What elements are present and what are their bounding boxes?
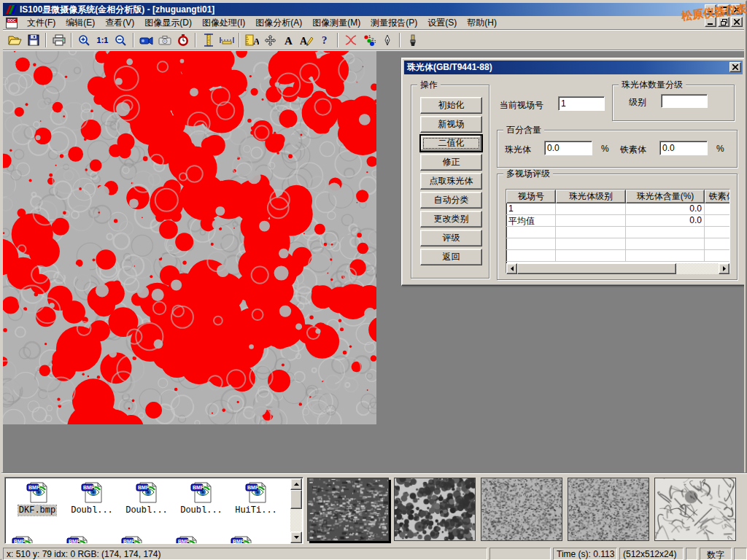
menu-item-6[interactable]: 图像测量(M) <box>307 15 365 31</box>
text-edit-button[interactable]: A <box>298 31 316 49</box>
thumbnail-image-0[interactable] <box>307 478 389 541</box>
file-item-0[interactable]: BMPDKF.bmp <box>11 481 63 516</box>
thumbnail-image-1[interactable] <box>394 478 476 541</box>
file-item-row2-4[interactable]: BMP <box>230 534 282 544</box>
zoom-in-button[interactable] <box>75 31 93 49</box>
video-camera-button[interactable] <box>137 31 155 49</box>
timer-button[interactable] <box>174 31 192 49</box>
op-button-4[interactable]: 点取珠光体 <box>420 173 482 190</box>
scrollbar-thumb[interactable] <box>517 263 676 274</box>
table-column-header-1[interactable]: 珠光体级别 <box>556 190 626 203</box>
menu-item-0[interactable]: 文件(F) <box>22 15 61 31</box>
class-markers-button[interactable]: 123 <box>360 31 378 49</box>
table-row-3[interactable] <box>506 238 729 250</box>
op-button-6[interactable]: 更改类别 <box>420 211 482 228</box>
op-button-5[interactable]: 自动分类 <box>420 192 482 209</box>
svg-text:BMP: BMP <box>178 539 190 544</box>
curve-tool-button[interactable] <box>341 31 360 49</box>
table-row-4[interactable] <box>506 250 729 262</box>
file-item-row2-3[interactable]: BMP <box>175 534 228 544</box>
table-column-header-2[interactable]: 珠光体含量(%) <box>626 190 705 203</box>
thumbnail-image-4[interactable] <box>654 478 736 541</box>
document-system-icon[interactable] <box>6 18 18 28</box>
brush-button[interactable] <box>403 31 422 49</box>
pen-button[interactable] <box>378 31 396 49</box>
file-item-2[interactable]: BMPDoubl... <box>120 481 173 516</box>
table-row-2[interactable] <box>506 227 729 238</box>
status-spacer <box>686 548 697 560</box>
app-logo-icon <box>5 4 17 15</box>
micrograph-image[interactable] <box>3 51 376 424</box>
mdi-restore-button[interactable] <box>718 17 729 27</box>
grading-group-label: 珠光体数量分级 <box>619 79 686 90</box>
thumbnail-image-3[interactable] <box>568 478 649 541</box>
table-row-1[interactable]: 平均值0.0 <box>506 215 729 227</box>
file-list-scrollbar[interactable] <box>290 478 302 543</box>
table-column-header-0[interactable]: 视场号 <box>506 190 556 203</box>
grade-input[interactable] <box>661 94 708 108</box>
menu-item-8[interactable]: 设置(S) <box>422 15 462 31</box>
title-bar: IS100显微摄像系统(金相分析版) - [zhuguangti01] <box>3 3 744 16</box>
op-button-2[interactable]: 二值化 <box>420 135 482 152</box>
menu-item-1[interactable]: 编辑(E) <box>61 15 100 31</box>
cursor-position-readout: x: 510 y: 79 idx: 0 RGB: (174, 174, 174) <box>3 548 487 560</box>
pearlite-percent-input[interactable]: 0.0 <box>544 141 592 155</box>
op-button-1[interactable]: 新视场 <box>420 116 482 133</box>
text-button[interactable]: A <box>279 31 298 49</box>
open-file-button[interactable] <box>6 31 24 49</box>
close-button[interactable] <box>731 4 743 15</box>
svg-text:BMP: BMP <box>138 485 150 490</box>
maximize-button[interactable] <box>718 4 729 15</box>
camera-button[interactable] <box>155 31 174 49</box>
actual-size-button[interactable]: 1:1 <box>93 31 112 49</box>
table-column-header-3[interactable]: 铁素体含量(%) <box>705 190 730 203</box>
scroll-down-arrow[interactable] <box>290 532 302 543</box>
file-item-3[interactable]: BMPDoubl... <box>175 481 228 516</box>
minimize-button[interactable] <box>705 4 716 15</box>
save-button[interactable] <box>24 31 42 49</box>
mdi-close-button[interactable] <box>731 17 743 27</box>
ruler-button[interactable] <box>217 31 236 49</box>
menu-item-3[interactable]: 图像显示(D) <box>139 15 197 31</box>
menu-item-9[interactable]: 帮助(H) <box>462 15 502 31</box>
current-field-input[interactable]: 1 <box>558 96 605 111</box>
caliper-button[interactable] <box>199 31 217 49</box>
file-item-1[interactable]: BMPDoubl... <box>66 481 118 516</box>
dialog-close-button[interactable] <box>729 62 741 72</box>
table-row-0[interactable]: 10.0 <box>506 203 729 215</box>
mdi-minimize-button[interactable] <box>705 17 716 27</box>
file-item-row2-0[interactable]: BMP <box>11 534 63 544</box>
thumbnail-image-2[interactable] <box>481 478 562 541</box>
zoom-out-button[interactable] <box>112 31 130 49</box>
help-button[interactable]: ? <box>316 31 334 49</box>
print-button[interactable] <box>50 31 68 49</box>
pearlite-dialog: 珠光体(GB/T9441-88) 操作 初始化新视场二值化修正点取珠光体自动分类… <box>401 58 744 286</box>
op-button-0[interactable]: 初始化 <box>420 97 482 114</box>
op-button-3[interactable]: 修正 <box>420 154 482 171</box>
processing-time: Time (s): 0.113 <box>553 548 617 560</box>
scroll-right-arrow[interactable] <box>719 263 729 274</box>
ferrite-percent-input[interactable]: 0.0 <box>659 141 708 155</box>
scroll-up-arrow[interactable] <box>290 478 302 490</box>
file-list[interactable]: BMPDKF.bmpBMPDoubl...BMPDoubl...BMPDoubl… <box>4 477 303 544</box>
menu-item-4[interactable]: 图像处理(I) <box>197 15 250 31</box>
bmp-file-icon: BMP <box>11 481 63 504</box>
table-horizontal-scrollbar[interactable] <box>506 263 729 274</box>
scrollbar-thumb[interactable] <box>290 490 302 509</box>
video-camera-icon <box>139 36 153 45</box>
op-button-7[interactable]: 评级 <box>420 230 482 246</box>
brush-icon <box>409 34 417 47</box>
file-item-row2-2[interactable]: BMP <box>120 534 173 544</box>
menu-item-7[interactable]: 测量报告(P) <box>365 15 422 31</box>
file-item-4[interactable]: BMPHuiTi... <box>230 481 282 516</box>
op-button-8[interactable]: 返回 <box>420 249 482 265</box>
move-button[interactable] <box>261 31 279 49</box>
svg-text:BMP: BMP <box>14 539 26 544</box>
calibrate-button[interactable]: A <box>243 31 261 49</box>
scroll-left-arrow[interactable] <box>506 263 517 274</box>
workspace: 珠光体(GB/T9441-88) 操作 初始化新视场二值化修正点取珠光体自动分类… <box>3 51 744 473</box>
rating-table[interactable]: 视场号珠光体级别珠光体含量(%)铁素体含量(%)10.0平均值0.0 <box>506 189 730 273</box>
menu-item-5[interactable]: 图像分析(A) <box>250 15 307 31</box>
file-item-row2-1[interactable]: BMP <box>66 534 118 544</box>
menu-item-2[interactable]: 查看(V) <box>100 15 139 31</box>
